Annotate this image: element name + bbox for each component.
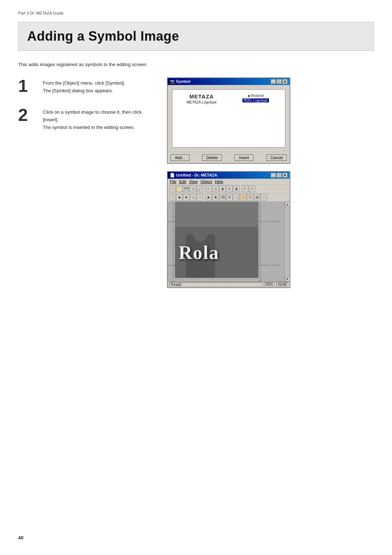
text-icon[interactable]: A (212, 194, 219, 200)
dup-icon[interactable]: ▮ (233, 186, 240, 192)
toolbar-1: □ 📁 💾 ⎙ 🔎 ✂ ▯ ▮ ✕ ▮ ↶ ↷ (168, 185, 290, 193)
app-titlebar: 📄 Untitled - Dr. METAZA _ □ ✕ (168, 172, 290, 179)
app-close-button[interactable]: ✕ (282, 173, 287, 178)
grid-icon[interactable]: ☷ (247, 194, 253, 200)
minimize-button[interactable]: _ (271, 79, 276, 84)
menu-edit[interactable]: Edit (179, 179, 186, 184)
symbol-item-roland[interactable]: ■Roland RDG Logotype (230, 93, 281, 143)
app-minimize-button[interactable]: _ (271, 173, 276, 178)
metaza-label: METAZA Logotype (187, 100, 217, 104)
paint-icon[interactable]: ☮ (226, 194, 233, 200)
metaza-preview: METAZA (189, 93, 214, 100)
step-2-number: 2 (18, 106, 36, 124)
cancel-button[interactable]: Cancel (266, 154, 287, 161)
redo-icon[interactable]: ↷ (249, 186, 255, 192)
cut-icon[interactable]: ✂ (205, 186, 212, 192)
status-ready: Ready (169, 282, 262, 287)
app-restore-button[interactable]: □ (277, 173, 282, 178)
status-num: NUM (276, 282, 288, 287)
delete-button[interactable]: Delete (202, 154, 222, 161)
close-button[interactable]: ✕ (282, 79, 287, 84)
app-title: 📄 Untitled - Dr. METAZA (170, 173, 217, 178)
scroll-up-arrow[interactable]: ▲ (285, 202, 290, 207)
menu-bar: File Edit View Object Help (168, 179, 290, 185)
breadcrumb: Part 3 Dr. METAZA Guide (18, 11, 374, 15)
zoom-icon[interactable]: 🔍 (233, 194, 240, 200)
symbol-dialog-titlebar: 📷 Symbol _ □ ✕ (168, 78, 290, 85)
symbol-content-area: METAZA METAZA Logotype ■Roland RDG Logot… (172, 89, 285, 147)
symbol-dialog-footer: Add... Delete Insert Cancel (168, 152, 290, 163)
print-icon[interactable]: ⎙ (190, 186, 196, 192)
symbol-tool-icon[interactable]: ◆ (176, 194, 183, 200)
symbol-dialog-title: 📷 Symbol (170, 79, 191, 84)
status-zoom: 65% (264, 282, 275, 287)
roland-preview: ■Roland (248, 93, 264, 98)
step-1-text: From the [Object] menu, click [Symbol]. … (43, 77, 125, 95)
step-1-number: 1 (18, 77, 36, 95)
toolbar-2: ♡ ◆ ■ ▭ ♪ ▶ A ⌫ ☮ 🔍 ✊ ☷ ▤ □ (168, 193, 290, 202)
menu-object[interactable]: Object (200, 179, 212, 184)
rect-tool-icon[interactable]: ■ (183, 194, 189, 200)
save-icon[interactable]: 💾 (183, 186, 189, 192)
symbol-dialog-window: 📷 Symbol _ □ ✕ METAZA METAZA Logotype (167, 77, 290, 164)
new-icon[interactable]: □ (169, 186, 176, 192)
pointer-icon[interactable]: ▶ (205, 194, 212, 200)
hand-icon[interactable]: ✊ (240, 194, 246, 200)
square-tool-icon[interactable]: ▭ (190, 194, 196, 200)
frame-icon[interactable]: □ (261, 194, 267, 200)
paste-icon[interactable]: ▮ (219, 186, 226, 192)
restore-button[interactable]: □ (277, 79, 282, 84)
page-number: 40 (18, 535, 23, 540)
add-button[interactable]: Add... (171, 154, 189, 161)
cursor-icon[interactable]: ⌫ (219, 194, 226, 200)
note-icon[interactable]: ♪ (197, 194, 203, 200)
status-bar: Ready 65% NUM (168, 281, 290, 287)
undo-icon[interactable]: ↶ (242, 186, 248, 192)
open-icon[interactable]: 📁 (176, 186, 183, 192)
menu-file[interactable]: File (170, 179, 176, 184)
copy-icon[interactable]: ▯ (212, 186, 219, 192)
app-window: 📄 Untitled - Dr. METAZA _ □ ✕ File Edit … (167, 171, 290, 288)
rola-text: Rola (179, 242, 219, 263)
symbol-item-metaza[interactable]: METAZA METAZA Logotype (176, 93, 227, 143)
intro-text: This adds images registered as symbols t… (18, 62, 374, 67)
menu-view[interactable]: View (189, 179, 198, 184)
align-icon[interactable]: ▤ (254, 194, 260, 200)
page-title-box: Adding a Symbol Image (18, 22, 374, 51)
delete-icon[interactable]: ✕ (226, 186, 233, 192)
preview-icon[interactable]: 🔎 (197, 186, 203, 192)
menu-help[interactable]: Help (215, 179, 223, 184)
page-title: Adding a Symbol Image (27, 29, 365, 44)
canvas-main[interactable]: Rola (168, 202, 285, 281)
step-2-text: Click on a symbol image to choose it, th… (43, 106, 142, 131)
scroll-down-arrow[interactable]: ▼ (285, 276, 290, 281)
insert-button[interactable]: Insert (234, 154, 253, 161)
scrollbar-vertical[interactable]: ▲ ▼ (285, 202, 290, 281)
roland-label: RDG Logotype (242, 98, 269, 102)
heart-icon[interactable]: ♡ (169, 194, 176, 200)
canvas-area: Rola ▲ ▼ (168, 202, 290, 281)
